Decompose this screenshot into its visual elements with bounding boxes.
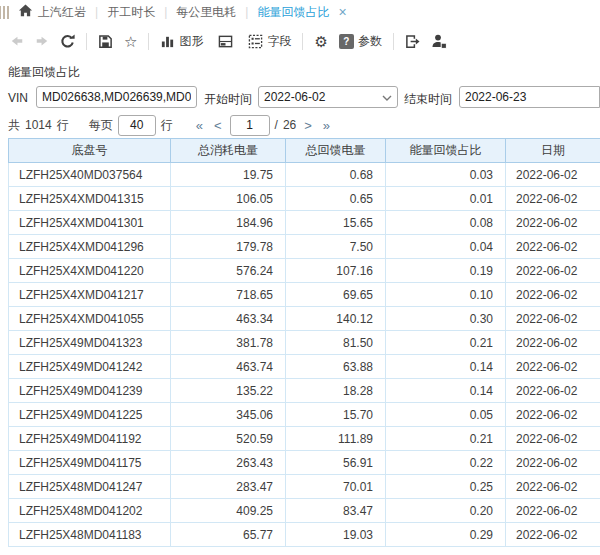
cell-feedback-ratio: 0.30 — [386, 307, 506, 331]
cell-date: 2022-06-02 — [506, 523, 600, 547]
fields-label: 字段 — [267, 33, 291, 50]
table-row[interactable]: LZFH25X4XMD041315 106.05 0.65 0.01 2022-… — [9, 187, 600, 211]
cell-feedback-ratio: 0.21 — [386, 331, 506, 355]
parameters-label: 参数 — [358, 33, 382, 50]
favorite-star-icon[interactable]: ☆ — [124, 34, 137, 49]
cell-chassis-number: LZFH25X40MD037564 — [9, 163, 171, 187]
table-row[interactable]: LZFH25X40MD037564 19.75 0.68 0.03 2022-0… — [9, 163, 600, 187]
cell-feedback-ratio: 0.03 — [386, 163, 506, 187]
grid-column-header[interactable]: 底盘号 — [9, 139, 171, 163]
total-rows-prefix: 共 — [8, 117, 20, 134]
cell-date: 2022-06-02 — [506, 187, 600, 211]
fields-button[interactable]: 字段 — [248, 33, 291, 50]
close-tab-icon[interactable]: × — [338, 5, 346, 19]
end-time-label: 结束时间 — [404, 91, 452, 108]
cell-feedback-ratio: 0.22 — [386, 451, 506, 475]
chart-view-button[interactable]: 图形 — [160, 33, 203, 50]
table-row[interactable]: LZFH25X48MD041183 65.77 19.03 0.29 2022-… — [9, 523, 600, 547]
table-row[interactable]: LZFH25X49MD041323 381.78 81.50 0.21 2022… — [9, 331, 600, 355]
table-row[interactable]: LZFH25X49MD041242 463.74 63.88 0.14 2022… — [9, 355, 600, 379]
user-profile-button[interactable] — [431, 33, 447, 49]
cell-date: 2022-06-02 — [506, 331, 600, 355]
tab-work-duration[interactable]: 开工时长 — [107, 4, 155, 21]
cell-total-regen: 140.12 — [286, 307, 386, 331]
total-rows-count: 1014 — [25, 118, 52, 132]
cell-total-consumed: 263.43 — [171, 451, 286, 475]
per-page-input[interactable] — [118, 115, 156, 136]
cell-chassis-number: LZFH25X48MD041247 — [9, 475, 171, 499]
tab-energy-per-km[interactable]: 每公里电耗 — [176, 4, 236, 21]
brand-label: 上汽红岩 — [38, 4, 86, 21]
grid-column-header[interactable]: 日期 — [506, 139, 600, 163]
start-date-select[interactable]: 2022-06-02 — [258, 86, 398, 108]
table-row[interactable]: LZFH25X4XMD041220 576.24 107.16 0.19 202… — [9, 259, 600, 283]
table-row[interactable]: LZFH25X49MD041225 345.06 15.70 0.05 2022… — [9, 403, 600, 427]
refresh-button[interactable] — [60, 34, 75, 49]
settings-gear-icon[interactable]: ⚙ — [314, 34, 327, 49]
cell-chassis-number: LZFH25X48MD041202 — [9, 499, 171, 523]
back-button[interactable] — [10, 34, 24, 48]
cell-total-consumed: 135.22 — [171, 379, 286, 403]
app-window: 上汽红岩 | 开工时长 | 每公里电耗 | 能量回馈占比 × ☆ 图形 — [0, 0, 600, 555]
cell-date: 2022-06-02 — [506, 235, 600, 259]
tab-home-brand[interactable]: 上汽红岩 — [18, 3, 86, 21]
table-row[interactable]: LZFH25X48MD041202 409.25 83.47 0.20 2022… — [9, 499, 600, 523]
table-row[interactable]: LZFH25X48MD041247 283.47 70.01 0.25 2022… — [9, 475, 600, 499]
vin-label: VIN — [8, 91, 28, 105]
cell-feedback-ratio: 0.20 — [386, 499, 506, 523]
cell-total-consumed: 409.25 — [171, 499, 286, 523]
grid-column-header[interactable]: 总回馈电量 — [286, 139, 386, 163]
forward-button[interactable] — [35, 34, 49, 48]
grid-column-header[interactable]: 能量回馈占比 — [386, 139, 506, 163]
page-title: 能量回馈占比 — [8, 64, 80, 81]
table-row[interactable]: LZFH25X4XMD041301 184.96 15.65 0.08 2022… — [9, 211, 600, 235]
tab-energy-feedback-ratio[interactable]: 能量回馈占比 — [257, 4, 329, 21]
toolbar: ☆ 图形 字段 ⚙ ? 参数 — [0, 26, 600, 56]
panel-layout-button[interactable] — [218, 34, 233, 49]
home-icon — [18, 3, 33, 21]
cell-total-regen: 56.91 — [286, 451, 386, 475]
cell-feedback-ratio: 0.19 — [386, 259, 506, 283]
toolbar-divider — [393, 33, 394, 50]
toolbar-divider — [148, 33, 149, 50]
cell-chassis-number: LZFH25X4XMD041217 — [9, 283, 171, 307]
cell-chassis-number: LZFH25X48MD041183 — [9, 523, 171, 547]
vin-input[interactable] — [36, 86, 197, 108]
cell-total-consumed: 184.96 — [171, 211, 286, 235]
cell-feedback-ratio: 0.10 — [386, 283, 506, 307]
save-button[interactable] — [98, 34, 113, 49]
cell-total-regen: 18.28 — [286, 379, 386, 403]
cell-total-consumed: 381.78 — [171, 331, 286, 355]
cell-total-consumed: 463.74 — [171, 355, 286, 379]
cell-chassis-number: LZFH25X4XMD041296 — [9, 235, 171, 259]
cell-date: 2022-06-02 — [506, 427, 600, 451]
cell-feedback-ratio: 0.05 — [386, 403, 506, 427]
table-row[interactable]: LZFH25X49MD041239 135.22 18.28 0.14 2022… — [9, 379, 600, 403]
cell-total-consumed: 19.75 — [171, 163, 286, 187]
last-page-button[interactable]: » — [320, 118, 333, 133]
end-date-input[interactable] — [459, 86, 600, 108]
next-page-button[interactable]: > — [301, 118, 315, 133]
page-of-separator: / — [275, 118, 278, 132]
chevron-down-icon — [382, 90, 392, 104]
table-row[interactable]: LZFH25X49MD041192 520.59 111.89 0.21 202… — [9, 427, 600, 451]
menu-icon[interactable] — [0, 6, 9, 19]
table-row[interactable]: LZFH25X4XMD041296 179.78 7.50 0.04 2022-… — [9, 235, 600, 259]
table-row[interactable]: LZFH25X49MD041175 263.43 56.91 0.22 2022… — [9, 451, 600, 475]
parameters-button[interactable]: ? 参数 — [339, 33, 382, 50]
table-row[interactable]: LZFH25X4XMD041055 463.34 140.12 0.30 202… — [9, 307, 600, 331]
cell-feedback-ratio: 0.29 — [386, 523, 506, 547]
grid-body: LZFH25X40MD037564 19.75 0.68 0.03 2022-0… — [9, 163, 600, 547]
cell-chassis-number: LZFH25X49MD041239 — [9, 379, 171, 403]
cell-total-regen: 63.88 — [286, 355, 386, 379]
cell-total-consumed: 520.59 — [171, 427, 286, 451]
cell-total-regen: 0.65 — [286, 187, 386, 211]
prev-page-button[interactable]: < — [211, 118, 225, 133]
table-row[interactable]: LZFH25X4XMD041217 718.65 69.65 0.10 2022… — [9, 283, 600, 307]
export-button[interactable] — [405, 34, 420, 49]
first-page-button[interactable]: « — [193, 118, 206, 133]
grid-column-header[interactable]: 总消耗电量 — [171, 139, 286, 163]
cell-feedback-ratio: 0.14 — [386, 379, 506, 403]
current-page-input[interactable] — [230, 115, 270, 136]
cell-total-regen: 15.70 — [286, 403, 386, 427]
